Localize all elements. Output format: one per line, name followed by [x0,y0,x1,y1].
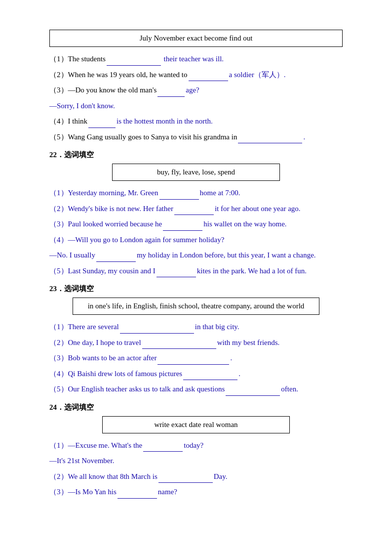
q1-item3-answer: —Sorry, I don't know. [49,100,343,113]
q22-item1: （1）Yesterday morning, Mr. Greenhome at 7… [49,187,343,200]
word-box-24-content: write exact date real woman [154,421,237,428]
q1-item5: （5）Wang Gang usually goes to Sanya to vi… [49,131,343,144]
word-box-1: July November exact become find out [49,30,343,47]
section-22-title: 22．选词填空 [49,150,343,160]
q22-item2: （2）Wendy's bike is not new. Her fatherit… [49,203,343,215]
q23-item3: （3）Bob wants to be an actor after. [49,352,343,365]
q1-item1: （1）The students their teacher was ill. [49,53,343,66]
q22-item5: （5）Last Sunday, my cousin and Ikites in … [49,265,343,278]
question-group-23: （1）There are severalin that big city. （2… [49,321,343,396]
section-23-title: 23．选词填空 [49,284,343,294]
q23-item1: （1）There are severalin that big city. [49,321,343,334]
word-box-1-content: July November exact become find out [140,34,253,42]
q22-item4: （4）—Will you go to London again for summ… [49,234,343,247]
question-group-22: （1）Yesterday morning, Mr. Greenhome at 7… [49,187,343,277]
word-box-24: write exact date real woman [102,416,290,433]
q1-item3: （3）—Do you know the old man'sage? [49,84,343,97]
q24-item3: （3）—Is Mo Yan hisname? [49,486,343,499]
word-box-22: buy, fly, leave, lose, spend [112,164,280,181]
q23-item2: （2）One day, I hope to travelwith my best… [49,337,343,349]
q24-item1-answer: —It's 21st November. [49,455,343,468]
word-box-23-content: in one's life, in English, finish school… [88,302,305,310]
word-box-23: in one's life, in English, finish school… [73,298,319,315]
q1-item2: （2）When he was 19 years old, he wanted t… [49,69,343,82]
section-24-title: 24．选词填空 [49,403,343,412]
q23-item5: （5）Our English teacher asks us to talk a… [49,383,343,396]
q24-item2: （2）We all know that 8th March isDay. [49,470,343,483]
question-group-1: （1）The students their teacher was ill. （… [49,53,343,143]
q23-item4: （4）Qi Baishi drew lots of famous picture… [49,368,343,381]
q1-item4: （4）I thinkis the hottest month in the no… [49,115,343,128]
q22-item3: （3）Paul looked worried because hehis wal… [49,218,343,231]
q22-item4-answer: —No. I usuallymy holiday in London befor… [49,249,343,262]
q24-item1: （1）—Excuse me. What's thetoday? [49,439,343,452]
word-box-22-content: buy, fly, leave, lose, spend [157,168,235,176]
question-group-24: （1）—Excuse me. What's thetoday? —It's 21… [49,439,343,499]
